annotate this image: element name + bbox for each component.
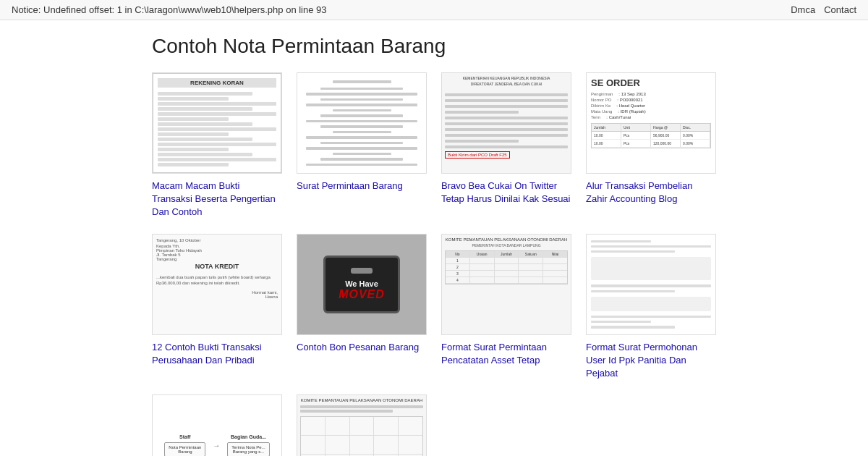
card-surat: Surat Permintaan Barang (297, 72, 427, 219)
rekening-title: REKENING KORAN (158, 78, 276, 88)
moved-sign: We Have MOVED (323, 256, 400, 313)
diagram-arrow-1: → (213, 442, 220, 449)
line (445, 122, 568, 125)
card-title-moved[interactable]: Contoh Bon Pesanan Barang (297, 341, 427, 354)
top-bar: Notice: Undefined offset: 1 in C:\larago… (0, 0, 868, 20)
line (591, 321, 651, 323)
line (591, 250, 675, 253)
line (591, 284, 711, 287)
line (333, 80, 391, 83)
line (445, 117, 568, 119)
se-info-4: Mata Uang : IDR (Rupiah) (591, 109, 711, 114)
line (320, 125, 402, 128)
img-se-order: SE ORDER Pengiriman : 13 Sep 2013 Nomor … (587, 73, 715, 173)
card-image-format-user[interactable] (586, 234, 716, 335)
t-row-1 (301, 436, 422, 455)
line (591, 240, 651, 242)
line (445, 111, 519, 114)
line (333, 109, 391, 112)
line (591, 290, 675, 292)
se-info-5: Term : Cash/Tunai (591, 115, 711, 119)
line (306, 147, 417, 150)
line (158, 153, 252, 156)
card-image-table-bottom[interactable]: KOMITE PEMANTAUAN PELAKSANAAN OTONOMI DA… (297, 394, 427, 456)
last-header: KOMITE PEMANTAUAN PELAKSANAAN OTONOMI DA… (300, 398, 423, 402)
sign-we-have: We Have (339, 279, 385, 288)
diagram-box-terima: Terima Nota Pe...Barang yang s... (227, 442, 269, 456)
contact-link[interactable]: Contact (824, 4, 856, 15)
line (158, 92, 252, 96)
se-title: SE ORDER (591, 77, 711, 88)
card-title-nota[interactable]: 12 Contoh Bukti Transaksi Perusahaan Dan… (152, 341, 282, 367)
line (591, 326, 675, 328)
user-block-2 (591, 297, 711, 311)
bravo-header1: KEMENTERIAN KEUANGAN REPUBLIK INDONESIA (445, 76, 568, 80)
line (158, 138, 252, 141)
line (445, 93, 568, 96)
card-title-rekening[interactable]: Macam Macam Bukti Transaksi Beserta Peng… (152, 180, 282, 219)
card-format-asset: KOMITE PEMANTAUAN PELAKSANAAN OTONOMI DA… (441, 234, 571, 381)
line (320, 98, 402, 101)
card-image-nota[interactable]: Tangerang, 10 Oktober Kepada Yth.Pimpina… (152, 234, 282, 335)
card-title-alur[interactable]: Alur Transaksi Pembelian Zahir Accountin… (586, 180, 716, 206)
card-diagram: Staff Nota PermintaanBarang → Bagian Gud… (152, 394, 282, 456)
img-nota: Tangerang, 10 Oktober Kepada Yth.Pimpina… (153, 235, 281, 334)
nota-location: Tangerang, 10 Oktober (156, 238, 278, 242)
card-image-format-asset[interactable]: KOMITE PEMANTAUAN PELAKSANAAN OTONOMI DA… (441, 234, 571, 335)
card-image-alur[interactable]: SE ORDER Pengiriman : 13 Sep 2013 Nomor … (586, 72, 716, 174)
line (445, 99, 568, 102)
img-rekening: REKENING KORAN (153, 73, 281, 173)
line (445, 140, 519, 143)
diagram-col-staff: Staff Nota PermintaanBarang (164, 434, 205, 456)
img-moved: We Have MOVED (297, 235, 426, 334)
line (158, 143, 276, 146)
se-table: Jumlah Unit Harga @ Disc. 10.00 Pcs 56,9… (591, 123, 711, 148)
line (591, 245, 711, 248)
se-table-row-1: 10.00 Pcs 56,900.00 0.00% (592, 132, 710, 140)
line (445, 134, 568, 137)
line (591, 316, 711, 318)
card-image-moved[interactable]: We Have MOVED (297, 234, 427, 335)
line (445, 128, 568, 131)
card-bravo: KEMENTERIAN KEUANGAN REPUBLIK INDONESIA … (441, 72, 571, 219)
card-title-bravo[interactable]: Bravo Bea Cukai On Twitter Tetap Harus D… (441, 180, 571, 206)
nota-to: Kepada Yth.Pimpinan Toko HidayahJl. Tamb… (156, 244, 278, 261)
fa-table-header: No Uraian Jumlah Satuan Nilai (446, 251, 567, 258)
line (158, 117, 229, 121)
se-table-header: Jumlah Unit Harga @ Disc. (592, 124, 710, 132)
notice-text: Notice: Undefined offset: 1 in C:\larago… (12, 4, 327, 15)
img-diagram: Staff Nota PermintaanBarang → Bagian Gud… (153, 395, 281, 456)
dmca-link[interactable]: Dmca (791, 4, 815, 15)
line (306, 104, 417, 106)
card-nota: Tangerang, 10 Oktober Kepada Yth.Pimpina… (152, 234, 282, 381)
card-image-bravo[interactable]: KEMENTERIAN KEUANGAN REPUBLIK INDONESIA … (441, 72, 571, 174)
img-format-user (587, 235, 715, 334)
rekening-lines (158, 90, 276, 168)
user-block-1 (591, 257, 711, 280)
nota-content-1: ...kembali dua buah papan tulis putih (w… (156, 274, 278, 287)
bravo-header2: DIREKTORAT JENDERAL BEA DAN CUKAI (445, 82, 568, 86)
bravo-highlight: Bukti Kirim dari PCO Draft F25 (445, 151, 510, 159)
line (158, 163, 229, 166)
line (445, 105, 568, 108)
card-title-format-user[interactable]: Format Surat Permohonan User Id Ppk Pani… (586, 341, 716, 381)
line (158, 127, 276, 131)
card-moved: We Have MOVED Contoh Bon Pesanan Barang (297, 234, 427, 381)
line (333, 153, 391, 156)
line (158, 97, 229, 101)
line (158, 107, 252, 111)
card-image-diagram[interactable]: Staff Nota PermintaanBarang → Bagian Gud… (152, 394, 282, 456)
card-image-surat[interactable] (297, 72, 427, 174)
card-title-format-asset[interactable]: Format Surat Permintaan Pencatatan Asset… (441, 341, 571, 367)
line (306, 93, 417, 96)
page-title: Contoh Nota Permintaan Barang (152, 35, 716, 58)
img-bravo: KEMENTERIAN KEUANGAN REPUBLIK INDONESIA … (442, 73, 571, 173)
nav-links: Dmca Contact (791, 4, 856, 15)
diagram-inner: Staff Nota PermintaanBarang → Bagian Gud… (164, 434, 269, 456)
card-grid-bottom: Staff Nota PermintaanBarang → Bagian Gud… (152, 394, 716, 456)
card-image-rekening[interactable]: REKENING KORAN (152, 72, 282, 174)
diagram-label-gudang: Bagian Guda... (231, 434, 266, 439)
line (300, 405, 423, 408)
card-title-surat[interactable]: Surat Permintaan Barang (297, 180, 427, 193)
se-table-row-2: 10.00 Pcs 120,000.00 0.00% (592, 140, 710, 148)
